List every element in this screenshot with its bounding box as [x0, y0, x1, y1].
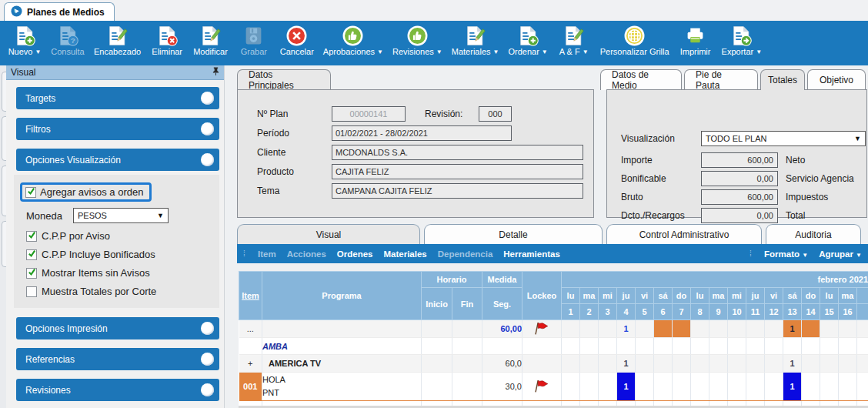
- item-cell[interactable]: ...: [239, 320, 262, 338]
- day-cell[interactable]: [839, 338, 857, 355]
- day-cell[interactable]: [709, 355, 728, 373]
- day-cell[interactable]: [673, 355, 691, 373]
- day-cell[interactable]: [673, 320, 691, 338]
- grid-menu-herramientas[interactable]: Herramientas: [503, 249, 560, 259]
- moneda-select[interactable]: PESOS▼: [73, 208, 169, 223]
- day-cell[interactable]: [765, 338, 783, 355]
- fin-cell[interactable]: [452, 373, 482, 401]
- totales-value-field[interactable]: 0,00: [701, 208, 778, 223]
- toolbar-button-revisiones[interactable]: Revisiones▼: [388, 23, 447, 58]
- toolbar-button-materiales[interactable]: Materiales▼: [447, 23, 504, 58]
- tab-datos-de-medio[interactable]: Datos de Medio: [600, 69, 682, 90]
- day-cell[interactable]: [857, 373, 868, 401]
- day-cell[interactable]: [839, 320, 857, 338]
- item-cell[interactable]: 001: [239, 373, 262, 401]
- toolbar-button-nuevo[interactable]: Nuevo▼: [3, 23, 46, 58]
- workspace-tab-visual[interactable]: Visual: [237, 224, 420, 244]
- item-cell[interactable]: [239, 338, 262, 355]
- day-cell[interactable]: [654, 355, 673, 373]
- day-cell[interactable]: [673, 338, 691, 355]
- day-cell[interactable]: [839, 355, 857, 373]
- tab-pie-de-pauta[interactable]: Pie de Pauta: [684, 69, 758, 90]
- day-cell[interactable]: 1: [783, 355, 802, 373]
- day-cell[interactable]: [709, 320, 728, 338]
- day-cell[interactable]: [857, 320, 868, 338]
- fin-cell[interactable]: [452, 338, 482, 355]
- document-tab-planes-de-medios[interactable]: Planes de Medios: [4, 2, 115, 22]
- grid-menu-materiales[interactable]: Materiales: [383, 249, 426, 259]
- day-cell[interactable]: [709, 338, 728, 355]
- day-cell[interactable]: [802, 373, 820, 401]
- totales-value-field[interactable]: 600,00: [701, 189, 778, 205]
- grid-menu-ordenes[interactable]: Ordenes: [337, 249, 373, 259]
- cliente-field[interactable]: MCDONALDS S.A.: [332, 145, 583, 160]
- checkbox-unchecked[interactable]: [26, 286, 37, 297]
- workspace-tab-detalle[interactable]: Detalle: [424, 224, 603, 244]
- seg-cell[interactable]: 60,00: [482, 320, 522, 338]
- day-cell[interactable]: [857, 355, 868, 373]
- day-cell[interactable]: [746, 355, 765, 373]
- day-cell[interactable]: [820, 373, 839, 401]
- toolbar-button-cancelar[interactable]: Cancelar: [275, 23, 319, 58]
- day-cell[interactable]: [599, 373, 617, 401]
- day-cell[interactable]: [820, 338, 839, 355]
- day-cell[interactable]: [783, 338, 802, 355]
- totales-value-field[interactable]: 0,00: [701, 171, 778, 186]
- day-cell[interactable]: [765, 320, 783, 338]
- toolbar-button-modificar[interactable]: Modificar: [189, 23, 232, 58]
- day-cell[interactable]: [636, 355, 654, 373]
- sidebar-section-targets[interactable]: Targets: [16, 87, 219, 109]
- nplan-field[interactable]: 00000141: [332, 106, 406, 122]
- day-cell[interactable]: 1: [783, 320, 802, 338]
- grid-menu-formato[interactable]: Formato ▼: [764, 249, 808, 259]
- periodo-field[interactable]: 01/02/2021 - 28/02/2021: [332, 125, 512, 141]
- toolbar-button-a-f[interactable]: A & F▼: [553, 23, 596, 58]
- tab-objetivo[interactable]: Objetivo: [807, 69, 866, 90]
- section-toggle-icon[interactable]: [201, 383, 214, 396]
- day-cell[interactable]: [820, 355, 839, 373]
- day-cell[interactable]: [636, 373, 654, 401]
- drag-grip-icon[interactable]: ⁞: [243, 250, 247, 257]
- seg-cell[interactable]: 30,0: [482, 373, 522, 401]
- day-cell[interactable]: [802, 338, 820, 355]
- section-toggle-icon[interactable]: [201, 153, 214, 166]
- day-cell[interactable]: [654, 338, 673, 355]
- day-cell[interactable]: [746, 320, 765, 338]
- drag-grip-icon[interactable]: ⁞: [749, 250, 753, 257]
- day-cell[interactable]: [839, 373, 857, 401]
- day-cell[interactable]: [580, 338, 599, 355]
- day-cell[interactable]: [691, 320, 709, 338]
- checkbox-checked[interactable]: [26, 249, 37, 260]
- day-cell[interactable]: [728, 320, 746, 338]
- checkbox-checked[interactable]: [25, 187, 36, 198]
- day-cell[interactable]: 1: [617, 373, 636, 401]
- producto-field[interactable]: CAJITA FELIZ: [332, 164, 583, 179]
- day-cell[interactable]: [728, 338, 746, 355]
- day-cell[interactable]: [636, 338, 654, 355]
- lockeo-cell[interactable]: [522, 338, 562, 355]
- inicio-cell[interactable]: [422, 338, 452, 355]
- sidebar-section-opciones-impresi-n[interactable]: Opciones Impresión: [16, 317, 219, 339]
- workspace-tab-auditoria[interactable]: Auditoria: [766, 224, 861, 244]
- col-header-item[interactable]: Item: [239, 272, 262, 320]
- visualizacion-select[interactable]: TODO EL PLAN ▼: [701, 131, 866, 146]
- totales-value-field[interactable]: 600,00: [701, 152, 778, 168]
- day-cell[interactable]: [599, 338, 617, 355]
- day-cell[interactable]: [599, 355, 617, 373]
- checkbox-checked[interactable]: [26, 231, 37, 242]
- tab-datos-principales[interactable]: Datos Principales: [237, 69, 331, 90]
- day-cell[interactable]: [728, 373, 746, 401]
- day-cell[interactable]: [580, 320, 599, 338]
- toolbar-button-eliminar[interactable]: Eliminar: [145, 23, 189, 58]
- day-cell[interactable]: 1: [617, 320, 636, 338]
- day-cell[interactable]: [691, 338, 709, 355]
- tema-field[interactable]: CAMPANA CAJITA FELIZ: [332, 183, 583, 199]
- fin-cell[interactable]: [452, 355, 482, 373]
- pin-icon[interactable]: [212, 65, 219, 79]
- toolbar-button-ordenar[interactable]: Ordenar▼: [503, 23, 552, 58]
- day-cell[interactable]: [562, 355, 580, 373]
- day-cell[interactable]: [562, 320, 580, 338]
- section-toggle-icon[interactable]: [201, 122, 214, 135]
- programa-cell[interactable]: [262, 320, 422, 338]
- section-toggle-icon[interactable]: [201, 92, 214, 105]
